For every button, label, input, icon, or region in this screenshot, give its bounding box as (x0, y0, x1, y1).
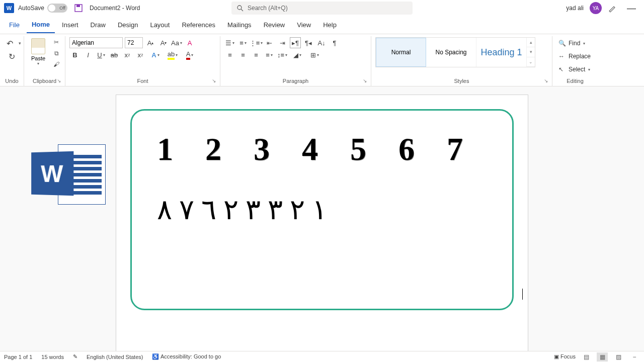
latin-numbers-text[interactable]: 1 2 3 4 5 6 7 (157, 131, 487, 168)
style-gallery: Normal No Spacing Heading 1 ▴ ▾ ⌄ (375, 37, 535, 67)
align-right-button[interactable]: ≡ (251, 49, 262, 60)
find-button[interactable]: 🔍 Find ▾ (556, 37, 587, 49)
shading-button[interactable]: ◢ (290, 49, 305, 60)
text-box[interactable]: 1 2 3 4 5 6 7 ١ ٢ ٣ ٣ ٢ ٦ ٧ ٨ (130, 109, 514, 310)
align-center-button[interactable]: ≡ (237, 49, 249, 60)
text-proofing-icon[interactable]: ✎ (73, 353, 77, 360)
autosave-toggle[interactable]: Off (47, 4, 67, 13)
ribbon-group-undo: ↶ ▾ ↻ Undo (0, 36, 24, 86)
superscript-button[interactable]: x2 (135, 49, 146, 60)
document-area: W 1 2 3 4 5 6 7 ١ ٢ ٣ ٣ ٢ ٦ ٧ ٨ (0, 86, 644, 358)
paste-button[interactable]: Paste ▾ (28, 37, 48, 67)
text-effects-button[interactable]: A (148, 49, 163, 60)
line-spacing-button[interactable]: ↕≡ (277, 49, 288, 60)
replace-icon: ↔ (558, 53, 566, 60)
subscript-button[interactable]: x2 (122, 49, 133, 60)
tab-insert[interactable]: Insert (57, 17, 84, 33)
titlebar-right: yad ali YA — (566, 2, 640, 14)
undo-group-label: Undo (4, 77, 20, 85)
minimize-button[interactable]: — (623, 3, 640, 14)
decrease-font-button[interactable]: A▾ (158, 37, 169, 48)
tab-layout[interactable]: Layout (145, 17, 175, 33)
undo-dropdown-icon[interactable]: ▾ (19, 41, 21, 46)
page-indicator[interactable]: Page 1 of 1 (4, 354, 32, 360)
bullets-button[interactable]: ☰ (224, 37, 235, 48)
paragraph-group-label: Paragraph (224, 77, 367, 85)
change-case-button[interactable]: Aa (171, 37, 182, 48)
word-count[interactable]: 15 words (41, 354, 64, 360)
document-page[interactable]: 1 2 3 4 5 6 7 ١ ٢ ٣ ٣ ٢ ٦ ٧ ٨ (116, 95, 528, 356)
underline-button[interactable]: U (96, 49, 107, 60)
ltr-button[interactable]: ▸¶ (290, 37, 301, 48)
decrease-indent-button[interactable]: ⇤ (264, 37, 275, 48)
pen-icon[interactable] (608, 4, 617, 13)
search-container: Search (Alt+Q) (231, 2, 413, 15)
select-button[interactable]: ↖ Select ▾ (556, 63, 592, 75)
clear-formatting-button[interactable]: A (184, 37, 195, 48)
numbering-button[interactable]: ≡ (237, 37, 249, 48)
ribbon-group-editing: 🔍 Find ▾ ↔ Replace ↖ Select ▾ Editing (552, 36, 598, 86)
web-layout-button[interactable]: ▨ (613, 352, 624, 361)
copy-button[interactable]: ⧉ (51, 48, 61, 58)
increase-indent-button[interactable]: ⇥ (277, 37, 288, 48)
style-heading1[interactable]: Heading 1 (476, 38, 527, 67)
zoom-out-button[interactable]: − (629, 352, 640, 361)
borders-button[interactable]: ⊞ (307, 49, 322, 60)
tab-mailings[interactable]: Mailings (222, 17, 257, 33)
format-painter-button[interactable]: 🖌 (51, 59, 61, 69)
style-expand-icon[interactable]: ⌄ (527, 57, 535, 67)
undo-button[interactable]: ↶ (3, 37, 17, 49)
find-icon: 🔍 (558, 40, 566, 47)
cut-button[interactable]: ✂ (51, 37, 61, 47)
search-input[interactable]: Search (Alt+Q) (231, 2, 413, 15)
tab-file[interactable]: File (4, 17, 25, 33)
multilevel-list-button[interactable]: ⋮≡ (251, 37, 262, 48)
replace-button[interactable]: ↔ Replace (556, 50, 593, 62)
tab-design[interactable]: Design (113, 17, 143, 33)
clipboard-launcher-icon[interactable]: ↘ (57, 78, 63, 84)
avatar[interactable]: YA (590, 2, 602, 14)
style-normal[interactable]: Normal (376, 38, 426, 67)
show-marks-button[interactable]: ¶ (329, 37, 340, 48)
tab-view[interactable]: View (292, 17, 316, 33)
language-indicator[interactable]: English (United States) (87, 354, 143, 360)
font-size-select[interactable] (125, 37, 143, 48)
save-icon[interactable] (73, 3, 84, 13)
tab-review[interactable]: Review (259, 17, 290, 33)
tab-help[interactable]: Help (318, 17, 342, 33)
select-icon: ↖ (558, 66, 566, 73)
highlight-button[interactable]: ab (165, 49, 180, 60)
style-no-spacing[interactable]: No Spacing (426, 38, 476, 67)
paragraph-launcher-icon[interactable]: ↘ (363, 78, 369, 84)
chevron-down-icon: ▾ (588, 67, 590, 72)
style-scroll-down-icon[interactable]: ▾ (527, 47, 535, 57)
sort-button[interactable]: A↓ (316, 37, 327, 48)
increase-font-button[interactable]: A▴ (145, 37, 156, 48)
font-color-button[interactable]: A (182, 49, 197, 60)
clipboard-group-label: Clipboard (28, 77, 61, 85)
print-layout-button[interactable]: ▦ (597, 352, 608, 361)
justify-button[interactable]: ≡ (264, 49, 275, 60)
strikethrough-button[interactable]: ab (109, 49, 120, 60)
tab-home[interactable]: Home (27, 17, 55, 33)
rtl-button[interactable]: ¶◂ (303, 37, 314, 48)
redo-button[interactable]: ↻ (5, 50, 19, 62)
document-title: Document2 - Word (90, 5, 140, 12)
ribbon: ↶ ▾ ↻ Undo Paste ▾ ✂ ⧉ 🖌 Clipboard ↘ (0, 34, 644, 86)
align-left-button[interactable]: ≡ (224, 49, 235, 60)
tab-draw[interactable]: Draw (86, 17, 111, 33)
font-launcher-icon[interactable]: ↘ (212, 78, 218, 84)
style-scroll-up-icon[interactable]: ▴ (527, 38, 535, 47)
accessibility-indicator[interactable]: ♿ Accessibility: Good to go (152, 353, 221, 360)
bold-button[interactable]: B (69, 49, 80, 60)
styles-launcher-icon[interactable]: ↘ (544, 78, 550, 84)
focus-mode-button[interactable]: ▣ Focus (554, 353, 576, 360)
italic-button[interactable]: I (83, 49, 94, 60)
arabic-numbers-text[interactable]: ١ ٢ ٣ ٣ ٢ ٦ ٧ ٨ (157, 193, 487, 226)
chevron-down-icon: ▾ (583, 41, 585, 46)
font-name-select[interactable] (69, 37, 123, 48)
tab-references[interactable]: References (177, 17, 220, 33)
read-mode-button[interactable]: ▤ (581, 352, 592, 361)
ribbon-group-paragraph: ☰ ≡ ⋮≡ ⇤ ⇥ ▸¶ ¶◂ A↓ ¶ ≡ ≡ ≡ ≡ ↕≡ ◢ ⊞ Par… (220, 36, 371, 86)
autosave-label: AutoSave (18, 5, 44, 12)
